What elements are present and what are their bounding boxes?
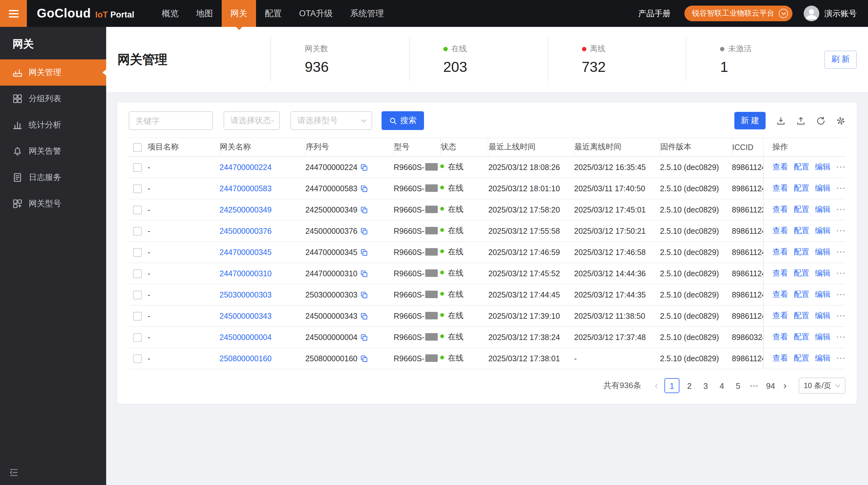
row-checkbox[interactable] [133,312,142,321]
more-actions-button[interactable]: ··· [836,248,845,256]
sidebar-item-statistics[interactable]: 统计分析 [0,112,106,138]
nav-item-map[interactable]: 地图 [187,0,222,27]
sidebar-item-log-service[interactable]: 日志服务 [0,164,106,191]
gateway-name-link[interactable]: 245000000376 [219,227,272,235]
create-button[interactable]: 新 建 [734,112,766,130]
action-view-link[interactable]: 查看 [772,290,788,299]
nav-item-system[interactable]: 系统管理 [342,0,393,27]
hamburger-menu-button[interactable] [0,0,27,27]
page-1[interactable]: 1 [664,378,679,393]
next-page-button[interactable]: › [779,381,791,391]
action-edit-link[interactable]: 编辑 [815,163,831,171]
copy-icon[interactable] [361,334,368,341]
action-view-link[interactable]: 查看 [772,226,788,235]
action-config-link[interactable]: 配置 [794,163,809,171]
more-actions-button[interactable]: ··· [836,269,845,278]
copy-icon[interactable] [361,291,368,298]
nav-item-overview[interactable]: 概览 [153,0,187,27]
import-button[interactable] [776,116,785,125]
status-select[interactable]: 请选择状态 [223,111,280,130]
model-select[interactable]: 请选择型号 [290,111,372,130]
action-view-link[interactable]: 查看 [772,333,788,341]
row-checkbox[interactable] [133,184,142,193]
page-4[interactable]: 4 [716,378,728,393]
gateway-name-link[interactable]: 244700000310 [219,269,272,278]
action-config-link[interactable]: 配置 [794,333,809,341]
action-view-link[interactable]: 查看 [772,163,788,171]
gateway-name-link[interactable]: 250300000303 [219,290,272,299]
action-config-link[interactable]: 配置 [794,269,809,278]
row-checkbox[interactable] [133,248,142,257]
action-view-link[interactable]: 查看 [772,248,788,256]
sidebar-item-group-list[interactable]: 分组列表 [0,86,106,112]
row-checkbox[interactable] [133,333,142,342]
gateway-name-link[interactable]: 242500000349 [219,205,272,214]
copy-icon[interactable] [361,164,368,171]
page-94[interactable]: 94 [764,378,777,393]
row-checkbox[interactable] [133,227,142,236]
sidebar-item-gateway-model[interactable]: 网关型号 [0,191,106,217]
gateway-name-link[interactable]: 245000000343 [219,312,272,320]
row-checkbox[interactable] [133,354,142,363]
action-config-link[interactable]: 配置 [794,226,809,235]
gateway-name-link[interactable]: 250800000160 [219,354,272,363]
more-actions-button[interactable]: ··· [836,163,845,171]
page-5[interactable]: 5 [732,378,744,393]
copy-icon[interactable] [361,270,368,277]
more-actions-button[interactable]: ··· [836,226,845,235]
copy-icon[interactable] [361,249,368,256]
copy-icon[interactable] [361,227,368,235]
action-view-link[interactable]: 查看 [772,184,788,193]
row-checkbox[interactable] [133,291,142,299]
copy-icon[interactable] [361,206,368,213]
export-button[interactable] [796,116,806,125]
action-edit-link[interactable]: 编辑 [815,333,831,341]
gateway-name-link[interactable]: 245000000004 [219,333,272,342]
action-view-link[interactable]: 查看 [772,354,788,363]
keyword-input[interactable] [129,111,213,130]
action-config-link[interactable]: 配置 [794,311,809,320]
action-edit-link[interactable]: 编辑 [815,205,831,214]
action-edit-link[interactable]: 编辑 [815,248,831,256]
action-edit-link[interactable]: 编辑 [815,311,831,320]
user-avatar[interactable] [804,6,819,21]
copy-icon[interactable] [361,355,368,362]
gateway-name-link[interactable]: 244700000583 [219,184,272,193]
action-view-link[interactable]: 查看 [772,311,788,320]
more-actions-button[interactable]: ··· [836,311,845,320]
reload-button[interactable] [816,116,826,125]
sidebar-collapse-button[interactable] [9,467,19,478]
search-button[interactable]: 搜索 [381,111,424,130]
page-size-select[interactable]: 10 条/页 [799,377,845,394]
sidebar-item-gateway-alarm[interactable]: 网关告警 [0,138,106,164]
nav-item-gateway[interactable]: 网关 [222,0,256,27]
row-checkbox[interactable] [133,269,142,278]
row-checkbox[interactable] [133,163,142,172]
prev-page-button[interactable]: ‹ [650,381,662,391]
platform-selector[interactable]: 锐谷智联工业物联云平台 [684,6,793,21]
more-actions-button[interactable]: ··· [836,333,845,341]
product-manual-link[interactable]: 产品手册 [638,8,671,19]
action-edit-link[interactable]: 编辑 [815,354,831,363]
page-2[interactable]: 2 [683,378,696,393]
action-edit-link[interactable]: 编辑 [815,269,831,278]
select-all-checkbox[interactable] [133,143,142,152]
action-config-link[interactable]: 配置 [794,248,809,256]
more-actions-button[interactable]: ··· [836,290,845,299]
page-3[interactable]: 3 [700,378,712,393]
more-actions-button[interactable]: ··· [836,205,845,214]
account-name[interactable]: 演示账号 [824,8,857,19]
gateway-name-link[interactable]: 244700000224 [219,163,272,172]
action-config-link[interactable]: 配置 [794,184,809,193]
sidebar-item-gateway-management[interactable]: 网关管理 [0,59,106,86]
action-config-link[interactable]: 配置 [794,205,809,214]
action-edit-link[interactable]: 编辑 [815,226,831,235]
nav-item-ota[interactable]: OTA升级 [290,0,342,27]
copy-icon[interactable] [361,185,368,192]
action-edit-link[interactable]: 编辑 [815,184,831,193]
row-checkbox[interactable] [133,206,142,215]
more-actions-button[interactable]: ··· [836,354,845,363]
nav-item-config[interactable]: 配置 [256,0,290,27]
gateway-name-link[interactable]: 244700000345 [219,248,272,257]
action-config-link[interactable]: 配置 [794,354,809,363]
